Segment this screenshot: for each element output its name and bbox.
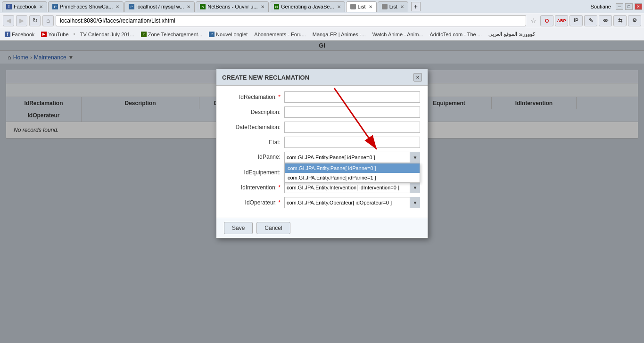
nav-right-buttons: O ABP IP ✎ 👁 ⇆ ⚙ <box>540 15 641 26</box>
bookmark-facebook[interactable]: f Facebook <box>3 31 36 38</box>
tab-close-list1[interactable]: ✕ <box>369 4 372 9</box>
tab-close-primefaces[interactable]: ✕ <box>116 4 119 9</box>
tab-favicon-mysql: P <box>129 4 134 9</box>
id-intervention-dropdown-arrow[interactable]: ▼ <box>410 182 420 193</box>
tab-primefaces[interactable]: P PrimeFaces ShowCa... ✕ <box>48 1 124 12</box>
bookmark-star-button[interactable]: ☆ <box>528 16 538 26</box>
back-button[interactable]: ◀ <box>3 15 14 26</box>
bookmark-abonnements[interactable]: Abonnements - Foru... <box>252 31 307 38</box>
tab-close-mysql[interactable]: ✕ <box>187 4 190 9</box>
id-intervention-select-display[interactable]: com.GI.JPA.Entity.Intervention[ idInterv… <box>284 182 420 193</box>
form-row-id-reclamation: IdReclamation: * <box>224 91 420 103</box>
tool4-button[interactable]: ⚙ <box>628 15 641 26</box>
input-etat[interactable] <box>284 137 420 148</box>
bookmark-addicted-label: AddIcTed.com - The ... <box>430 32 482 37</box>
window-controls: Soufiane ─ □ ✕ <box>591 3 642 10</box>
tab-favicon-facebook: f <box>6 4 12 9</box>
reload-button[interactable]: ↻ <box>29 15 41 26</box>
id-intervention-select-wrapper: com.GI.JPA.Entity.Intervention[ idInterv… <box>284 182 420 193</box>
id-panne-dropdown-arrow[interactable]: ▼ <box>410 152 420 163</box>
home-button[interactable]: ⌂ <box>42 15 54 26</box>
bookmark-youtube[interactable]: ▶ YouTube <box>39 31 70 38</box>
cancel-button[interactable]: Cancel <box>256 222 290 234</box>
bookmark-zone[interactable]: Z Zone Telechargement... <box>139 31 204 38</box>
bookmark-tvcalendar-label: TV Calendar July 201... <box>80 32 134 37</box>
ip-button[interactable]: IP <box>570 15 583 26</box>
bookmark-watchanime[interactable]: Watch Anime - Anim... <box>371 31 425 38</box>
bookmark-tvcalendar[interactable]: TV Calendar July 201... <box>78 31 136 38</box>
bookmark-manga[interactable]: Manga-FR | Animes -... <box>311 31 368 38</box>
save-button[interactable]: Save <box>224 222 253 234</box>
tab-generating[interactable]: N Generating a JavaSe... ✕ <box>270 1 345 12</box>
id-operateur-select-display[interactable]: com.GI.JPA.Entity.Operateur[ idOperateur… <box>284 197 420 208</box>
address-bar[interactable] <box>56 15 526 26</box>
bookmark-watchanime-label: Watch Anime - Anim... <box>372 32 423 37</box>
tab-close-facebook[interactable]: ✕ <box>39 4 43 9</box>
tab-favicon-list1 <box>350 4 356 9</box>
bookmark-youtube-icon: ▶ <box>41 32 47 37</box>
tab-favicon-netbeans: N <box>200 4 206 9</box>
id-operateur-selected-value: com.GI.JPA.Entity.Operateur[ idOperateur… <box>287 200 392 205</box>
title-bar: f Facebook ✕ P PrimeFaces ShowCa... ✕ P … <box>0 0 644 13</box>
id-operateur-dropdown-arrow[interactable]: ▼ <box>410 197 420 208</box>
tab-label-netbeans: NetBeans - Ouvrir u... <box>207 4 257 9</box>
tab-label-mysql: localhost / mysql w... <box>136 4 184 9</box>
tab-label-generating: Generating a JavaSe... <box>281 4 334 9</box>
bookmark-nouvel[interactable]: P Nouvel onglet <box>207 31 249 38</box>
required-star-id-intervention: * <box>278 184 281 191</box>
bookmarks-bar: f Facebook ▶ YouTube • TV Calendar July … <box>0 28 644 41</box>
bookmark-facebook-label: Facebook <box>12 32 34 37</box>
close-button[interactable]: ✕ <box>635 3 642 10</box>
id-panne-option-0[interactable]: com.GI.JPA.Entity.Panne[ idPanne=0 ] <box>285 163 420 173</box>
id-panne-option-1[interactable]: com.GI.JPA.Entity.Panne[ idPanne=1 ] <box>285 173 420 182</box>
label-description: Description: <box>224 109 281 115</box>
tab-label-list1: List <box>358 4 366 9</box>
tool1-button[interactable]: ✎ <box>584 15 597 26</box>
bookmark-arabic-label: كووورة: الموقع العربي <box>488 31 535 37</box>
input-description[interactable] <box>284 106 420 118</box>
bookmark-nouvel-icon: P <box>209 32 215 37</box>
bookmark-arabic[interactable]: كووورة: الموقع العربي <box>487 30 537 38</box>
modal-close-button[interactable]: × <box>413 73 422 82</box>
minimize-button[interactable]: ─ <box>616 3 623 10</box>
adblock-button[interactable]: ABP <box>555 15 568 26</box>
id-panne-select-display[interactable]: com.GI.JPA.Entity.Panne[ idPanne=0 ] <box>284 152 420 163</box>
tab-list1[interactable]: List ✕ <box>346 1 377 12</box>
bookmark-manga-label: Manga-FR | Animes -... <box>313 32 366 37</box>
label-id-reclamation: IdReclamation: * <box>224 94 281 100</box>
tab-list2[interactable]: List ✕ <box>378 1 408 12</box>
tool2-button[interactable]: 👁 <box>599 15 612 26</box>
bookmark-addicted[interactable]: AddIcTed.com - The ... <box>428 31 484 38</box>
opera-button[interactable]: O <box>540 15 553 26</box>
id-operateur-select-wrapper: com.GI.JPA.Entity.Operateur[ idOperateur… <box>284 197 420 208</box>
label-date-reclamation: DateReclamation: <box>224 124 281 131</box>
create-reclamation-modal: CREATE NEW RECLAMATION × IdReclamation: … <box>216 69 428 238</box>
required-star-id-reclamation: * <box>278 94 281 100</box>
bookmark-zone-icon: Z <box>141 32 147 37</box>
form-row-id-operateur: IdOperateur: * com.GI.JPA.Entity.Operate… <box>224 197 420 208</box>
modal-body: IdReclamation: * Description: DateReclam… <box>216 86 428 218</box>
bookmark-abonnements-label: Abonnements - Foru... <box>254 32 305 37</box>
tool3-button[interactable]: ⇆ <box>613 15 627 26</box>
label-etat: Etat: <box>224 139 281 146</box>
forward-button[interactable]: ▶ <box>16 15 27 26</box>
label-id-equipement: IdEquipement: <box>224 169 281 176</box>
id-intervention-selected-value: com.GI.JPA.Entity.Intervention[ idInterv… <box>287 185 399 190</box>
bookmark-zone-label: Zone Telechargement... <box>148 32 202 37</box>
tab-netbeans[interactable]: N NetBeans - Ouvrir u... ✕ <box>196 1 268 12</box>
tab-favicon-generating: N <box>274 4 279 9</box>
new-tab-button[interactable]: + <box>411 2 421 11</box>
tab-favicon-primefaces: P <box>52 4 58 9</box>
input-id-reclamation[interactable] <box>284 91 420 103</box>
tab-facebook[interactable]: f Facebook ✕ <box>2 1 47 12</box>
tab-mysql[interactable]: P localhost / mysql w... ✕ <box>124 1 195 12</box>
tab-close-netbeans[interactable]: ✕ <box>261 4 264 9</box>
maximize-button[interactable]: □ <box>625 3 633 10</box>
tab-close-list2[interactable]: ✕ <box>400 4 404 9</box>
page-content: GI ⌂ Home › Maintenance ▼ LIST ◀◀ ◀ ▶ ▶▶… <box>0 41 644 343</box>
tab-close-generating[interactable]: ✕ <box>337 4 341 9</box>
modal-overlay: CREATE NEW RECLAMATION × IdReclamation: … <box>0 41 644 343</box>
bookmark-youtube-label: YouTube <box>48 32 68 37</box>
input-date-reclamation[interactable] <box>284 122 420 133</box>
form-row-id-intervention: IdIntervention: * com.GI.JPA.Entity.Inte… <box>224 182 420 193</box>
